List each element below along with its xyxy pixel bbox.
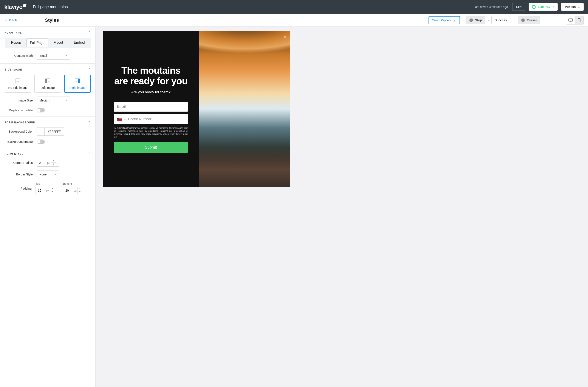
choice-label: Left image <box>36 86 59 89</box>
email-placeholder: Email <box>117 105 126 109</box>
step-label: Success <box>495 18 507 22</box>
plus-circle-icon: + <box>521 19 525 22</box>
bg-color-picker[interactable]: #FFFFFF <box>37 128 64 136</box>
padding-top-input[interactable]: px ▲▼ <box>36 187 58 194</box>
step-up-icon[interactable]: ▲ <box>78 187 82 190</box>
display-mobile-toggle[interactable] <box>37 108 45 113</box>
layout-right-icon <box>66 78 89 84</box>
arrow-left-icon: ← <box>4 18 7 22</box>
form-preview: × The moutains are ready for you Are you… <box>103 31 290 187</box>
teaser-label: Teaser <box>527 18 537 22</box>
form-type-embed[interactable]: Embed <box>69 39 90 47</box>
section-header[interactable]: FORM BACKGROUND ⌃ <box>5 120 91 124</box>
step-down-icon[interactable]: ▼ <box>51 163 56 166</box>
layout-left-icon <box>36 78 59 84</box>
mobile-view-button[interactable] <box>575 16 584 24</box>
chevron-up-icon: ⌃ <box>88 120 91 124</box>
side-image-none[interactable]: No side image <box>5 75 31 93</box>
field-label: Image Size <box>5 99 37 102</box>
layout-none-icon <box>6 78 29 84</box>
step-up-icon[interactable]: ▲ <box>50 187 55 190</box>
choice-label: Right image <box>66 86 89 89</box>
side-image-left[interactable]: Left image <box>34 75 61 93</box>
add-step-button[interactable]: + Step <box>466 16 485 24</box>
color-value: #FFFFFF <box>44 128 64 135</box>
select-value: None <box>39 173 46 176</box>
padding-row: Padding Top px ▲▼ Bottom <box>5 182 91 194</box>
step-down-icon[interactable]: ▼ <box>50 190 55 194</box>
step-label: Email Opt-in <box>432 18 451 22</box>
number-stepper: ▲▼ <box>78 187 82 194</box>
tent-graphic <box>199 31 290 87</box>
border-style-row: Border Style None ▼ <box>5 171 91 178</box>
image-size-select[interactable]: Medium ▼ <box>37 97 70 104</box>
section-header[interactable]: FORM STYLE ⌃ <box>5 152 91 156</box>
unit-label: px <box>47 159 51 166</box>
unit-label: px <box>74 187 78 194</box>
foreground-graphic <box>199 144 290 187</box>
preview-side-image <box>199 31 290 187</box>
exit-button[interactable]: Exit <box>512 3 525 11</box>
chevron-up-icon: ⌃ <box>88 68 91 72</box>
desktop-view-button[interactable] <box>566 16 575 24</box>
section-title: FORM TYPE <box>5 31 22 34</box>
chevron-down-icon[interactable]: ⌄ <box>124 117 126 120</box>
field-label: Border Style <box>5 173 37 176</box>
bg-image-toggle[interactable] <box>37 139 45 144</box>
back-link[interactable]: ← Back <box>4 18 17 22</box>
corner-radius-row: Corner Radius px ▲▼ <box>5 159 91 167</box>
secondary-bar: ← Back Styles Email Opt-in ⋮ › + Step › … <box>0 14 588 27</box>
field-label: Content width <box>5 54 37 58</box>
brand-logo: klaviyo <box>4 4 26 10</box>
chevron-down-icon: ▼ <box>65 99 67 102</box>
content-width-select[interactable]: Small ▼ <box>37 52 70 59</box>
divider <box>514 17 514 23</box>
step-down-icon[interactable]: ▼ <box>78 190 82 194</box>
padding-bottom-field[interactable] <box>63 187 74 194</box>
step-up-icon[interactable]: ▲ <box>51 159 56 163</box>
content-width-row: Content width Small ▼ <box>5 52 91 59</box>
email-input[interactable]: Email <box>114 102 188 112</box>
padding-top-field[interactable] <box>36 187 46 194</box>
border-style-select[interactable]: None ▼ <box>37 171 59 178</box>
close-icon[interactable]: × <box>283 34 287 41</box>
submit-button[interactable]: Submit <box>114 142 188 153</box>
section-form-background: FORM BACKGROUND ⌃ Background Color #FFFF… <box>0 116 95 148</box>
side-image-right[interactable]: Right image <box>64 75 91 93</box>
form-type-flyout[interactable]: Flyout <box>48 39 69 47</box>
step-success[interactable]: Success <box>491 16 510 24</box>
last-saved-text: Last saved 3 minutes ago <box>474 5 508 9</box>
side-image-options: No side image Left image Right image <box>5 75 91 93</box>
section-form-style: FORM STYLE ⌃ Corner Radius px ▲▼ Border … <box>0 148 95 198</box>
corner-radius-input[interactable]: px ▲▼ <box>37 159 59 167</box>
step-email-optin[interactable]: Email Opt-in ⋮ <box>428 16 460 24</box>
more-vertical-icon[interactable]: ⋮ <box>453 18 457 22</box>
publish-dropdown[interactable]: Publish ⌄ <box>561 3 584 11</box>
svg-rect-0 <box>569 19 572 21</box>
section-side-image: SIDE IMAGE ⌃ No side image Left image <box>0 64 95 116</box>
chevron-up-icon: ⌃ <box>88 152 91 156</box>
add-teaser-button[interactable]: + Teaser <box>518 16 540 24</box>
color-swatch <box>37 128 44 135</box>
section-title: SIDE IMAGE <box>5 68 22 71</box>
choice-label: No side image <box>6 86 29 89</box>
form-subheadline: Are you ready for them? <box>114 90 188 94</box>
form-type-popup[interactable]: Popup <box>6 39 26 47</box>
section-header[interactable]: SIDE IMAGE ⌃ <box>5 68 91 72</box>
pad-label: Bottom <box>63 182 86 185</box>
padding-bottom-input[interactable]: px ▲▼ <box>63 187 86 194</box>
corner-radius-field[interactable] <box>37 159 47 166</box>
back-label: Back <box>9 18 17 22</box>
status-circle-icon <box>532 5 536 9</box>
select-value: Small <box>39 54 47 58</box>
section-title: FORM BACKGROUND <box>5 121 35 124</box>
editing-status-dropdown[interactable]: EDITING ▼ <box>529 3 558 11</box>
form-type-fullpage[interactable]: Full Page <box>26 39 48 47</box>
phone-input[interactable]: ⌄ Phone Number <box>114 114 188 124</box>
preview-canvas: × The moutains are ready for you Are you… <box>96 27 588 387</box>
svg-rect-9 <box>45 79 47 83</box>
brand-logo-text: klaviyo <box>4 4 22 10</box>
section-title: FORM STYLE <box>5 153 23 155</box>
section-header[interactable]: FORM TYPE ⌃ <box>5 31 91 35</box>
number-stepper: ▲▼ <box>51 159 56 166</box>
